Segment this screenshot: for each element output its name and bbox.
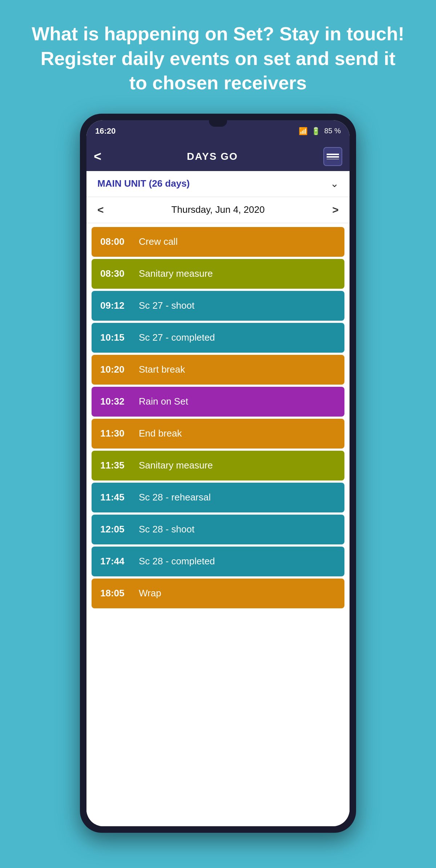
current-date: Thursday, Jun 4, 2020 — [171, 204, 265, 215]
event-time: 10:32 — [100, 396, 133, 407]
list-item[interactable]: 11:45Sc 28 - rehearsal — [92, 483, 344, 512]
list-item[interactable]: 10:15Sc 27 - completed — [92, 323, 344, 353]
event-name: Sanitary measure — [139, 460, 213, 471]
event-name: Sc 28 - shoot — [139, 524, 194, 535]
event-time: 11:35 — [100, 460, 133, 471]
event-time: 12:05 — [100, 524, 133, 535]
event-name: Sc 27 - shoot — [139, 300, 194, 311]
event-name: Sc 28 - completed — [139, 556, 215, 567]
status-icons: 📶 🔋 85 % — [299, 127, 341, 135]
events-list: 08:00Crew call08:30Sanitary measure09:12… — [86, 223, 350, 826]
list-item[interactable]: 11:35Sanitary measure — [92, 451, 344, 480]
battery-icon: 🔋 — [311, 127, 320, 135]
app-title: DAYS GO — [187, 151, 238, 162]
event-name: Crew call — [139, 236, 178, 247]
date-nav: < Thursday, Jun 4, 2020 > — [86, 197, 350, 223]
list-item[interactable]: 12:05Sc 28 - shoot — [92, 515, 344, 544]
status-time: 16:20 — [95, 126, 116, 136]
unit-label: MAIN UNIT (26 days) — [97, 178, 190, 189]
list-item[interactable]: 17:44Sc 28 - completed — [92, 547, 344, 576]
event-time: 10:20 — [100, 364, 133, 375]
event-name: Start break — [139, 364, 185, 375]
list-item[interactable]: 11:30End break — [92, 419, 344, 449]
event-time: 08:00 — [100, 236, 133, 247]
list-item[interactable]: 08:30Sanitary measure — [92, 259, 344, 289]
chevron-down-icon: ⌄ — [330, 178, 339, 190]
event-time: 08:30 — [100, 268, 133, 279]
event-time: 17:44 — [100, 556, 133, 567]
cal-line-3 — [327, 159, 339, 159]
list-item[interactable]: 10:20Start break — [92, 355, 344, 385]
wifi-icon: 📶 — [299, 127, 308, 135]
app-header: < DAYS GO — [86, 142, 350, 171]
cal-line-1 — [327, 154, 339, 155]
event-time: 18:05 — [100, 588, 133, 599]
event-time: 10:15 — [100, 332, 133, 343]
battery-percent: 85 % — [324, 127, 341, 135]
next-day-button[interactable]: > — [332, 204, 339, 216]
event-name: Sc 28 - rehearsal — [139, 492, 211, 503]
list-item[interactable]: 08:00Crew call — [92, 227, 344, 257]
calendar-icon[interactable] — [323, 147, 342, 166]
event-name: Wrap — [139, 588, 161, 599]
event-time: 11:30 — [100, 428, 133, 439]
list-item[interactable]: 18:05Wrap — [92, 579, 344, 608]
list-item[interactable]: 09:12Sc 27 - shoot — [92, 291, 344, 321]
back-button[interactable]: < — [94, 149, 101, 164]
event-name: End break — [139, 428, 182, 439]
phone-notch — [209, 120, 227, 127]
promo-heading: What is happening on Set? Stay in touch!… — [0, 0, 436, 114]
list-item[interactable]: 10:32Rain on Set — [92, 387, 344, 417]
cal-line-2 — [327, 156, 339, 158]
event-time: 11:45 — [100, 492, 133, 503]
event-time: 09:12 — [100, 300, 133, 311]
prev-day-button[interactable]: < — [97, 204, 104, 216]
unit-selector[interactable]: MAIN UNIT (26 days) ⌄ — [86, 171, 350, 197]
event-name: Sanitary measure — [139, 268, 213, 279]
event-name: Sc 27 - completed — [139, 332, 215, 343]
event-name: Rain on Set — [139, 396, 188, 407]
phone-screen: 16:20 📶 🔋 85 % < DAYS GO MAIN UNIT (26 d… — [86, 120, 350, 826]
phone-mockup: 16:20 📶 🔋 85 % < DAYS GO MAIN UNIT (26 d… — [80, 114, 356, 833]
